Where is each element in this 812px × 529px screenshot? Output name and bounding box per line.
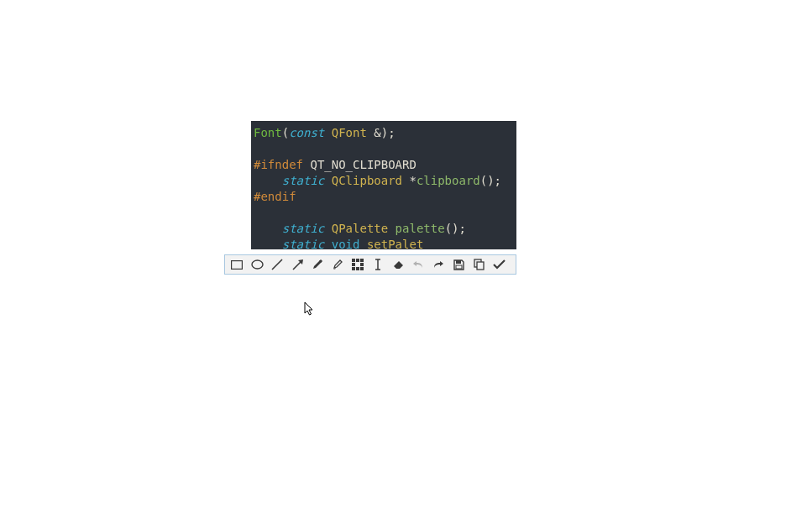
arrow-icon <box>291 259 304 271</box>
token <box>324 174 331 187</box>
copy-icon <box>474 259 485 270</box>
mouse-cursor-icon <box>304 301 316 319</box>
line-icon <box>271 259 283 270</box>
eraser-icon <box>392 259 405 270</box>
token: palette <box>396 222 445 235</box>
ellipse-icon <box>251 259 264 270</box>
redo-icon <box>432 259 444 270</box>
svg-rect-12 <box>356 267 359 270</box>
svg-point-1 <box>252 260 263 269</box>
undo-icon <box>412 259 424 270</box>
token: QT_NO_CLIPBOARD <box>310 158 416 171</box>
token: static <box>282 174 325 187</box>
screenshot-toolbar <box>224 254 516 275</box>
rectangle-icon <box>231 260 243 270</box>
svg-rect-17 <box>456 260 461 264</box>
token: static <box>282 238 325 249</box>
token: &); <box>367 126 396 139</box>
token: void <box>332 238 360 249</box>
marker-icon <box>332 259 343 270</box>
token <box>324 238 331 249</box>
check-icon <box>493 259 506 270</box>
token: QFont <box>332 126 367 139</box>
token <box>388 222 395 235</box>
svg-rect-18 <box>456 265 462 269</box>
token: const <box>289 126 324 139</box>
token <box>254 238 282 249</box>
copy-button[interactable] <box>469 255 489 274</box>
svg-rect-8 <box>360 259 364 262</box>
token: #ifndef <box>254 158 303 171</box>
text-tool-button[interactable] <box>368 255 388 274</box>
token <box>324 126 331 139</box>
token: QPalette <box>332 222 388 235</box>
eraser-tool-button[interactable] <box>388 255 408 274</box>
svg-line-2 <box>272 259 282 270</box>
svg-rect-11 <box>352 267 355 270</box>
pixelate-icon <box>352 259 364 270</box>
token: static <box>282 222 325 235</box>
token: #endif <box>254 190 296 203</box>
save-button[interactable] <box>448 255 469 274</box>
ok-button[interactable] <box>489 255 509 274</box>
line-tool-button[interactable] <box>267 255 287 274</box>
token <box>324 222 331 235</box>
svg-rect-20 <box>477 262 484 270</box>
ellipse-tool-button[interactable] <box>247 255 267 274</box>
pencil-tool-button[interactable] <box>307 255 327 274</box>
svg-rect-9 <box>352 263 355 266</box>
svg-rect-10 <box>360 263 364 266</box>
rectangle-tool-button[interactable] <box>227 255 247 274</box>
token: (); <box>445 222 466 235</box>
token <box>359 238 366 249</box>
svg-rect-6 <box>352 259 355 262</box>
save-icon <box>453 259 464 270</box>
token: Font <box>254 126 282 139</box>
svg-rect-7 <box>356 259 359 262</box>
token <box>254 174 282 187</box>
redo-button[interactable] <box>428 255 448 274</box>
token: * <box>402 174 416 187</box>
text-icon <box>373 259 383 270</box>
token: clipboard <box>416 174 480 187</box>
token: setPalet <box>367 238 423 249</box>
token: QClipboard <box>332 174 402 187</box>
arrow-tool-button[interactable] <box>287 255 307 274</box>
token: ( <box>282 126 289 139</box>
code-editor-selection: Font(const QFont &); #ifndef QT_NO_CLIPB… <box>251 121 516 249</box>
undo-button <box>408 255 428 274</box>
token: (); <box>480 174 501 187</box>
svg-rect-13 <box>360 267 364 270</box>
pencil-icon <box>312 259 323 270</box>
pixelate-tool-button[interactable] <box>348 255 368 274</box>
marker-tool-button[interactable] <box>327 255 348 274</box>
token <box>254 222 282 235</box>
svg-rect-0 <box>232 260 243 269</box>
